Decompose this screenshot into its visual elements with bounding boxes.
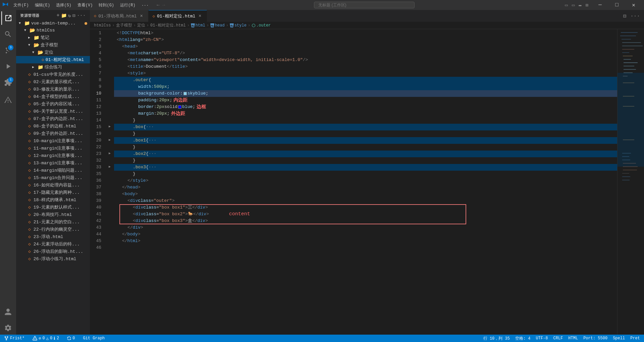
- activity-explorer[interactable]: [1, 11, 15, 25]
- sidebar-practice[interactable]: ▶ 📁 综合练习: [16, 63, 90, 71]
- list-item[interactable]: ◇ 05-盒子的内容区域...: [16, 100, 90, 108]
- list-item[interactable]: ◇ 04-盒子模型的组成...: [16, 93, 90, 100]
- titlebar-search-input[interactable]: [314, 2, 415, 8]
- tab-close-button[interactable]: ×: [197, 13, 203, 19]
- status-git[interactable]: 0: [66, 336, 76, 341]
- tab-actions[interactable]: ⊟ ···: [622, 10, 644, 22]
- status-spell[interactable]: Spell: [611, 336, 626, 341]
- status-errors[interactable]: ⊘ 0 △ 0 ℹ 2: [31, 336, 60, 341]
- bc-outer-class[interactable]: . .outer: [252, 23, 271, 28]
- explorer-actions[interactable]: + 📁 ↻ ⊟ ···: [57, 13, 86, 18]
- fold-icon[interactable]: ▶: [109, 165, 111, 169]
- more-tabs-icon[interactable]: ···: [629, 12, 641, 20]
- list-item[interactable]: ◇ 18-样式的继承.html: [16, 196, 90, 204]
- menu-run[interactable]: 运行(R): [117, 2, 138, 9]
- bc-htmlcss[interactable]: htmlCss: [94, 23, 111, 28]
- status-git-graph[interactable]: Git Graph: [82, 336, 106, 341]
- status-language[interactable]: HTML: [567, 336, 579, 341]
- fold-arrow-20[interactable]: ▶: [107, 136, 113, 143]
- sidebar-root-folder[interactable]: ▼ 📁 vue-admin-temp...: [16, 20, 90, 27]
- sidebar-position[interactable]: ▼ 📂 定位: [16, 49, 90, 56]
- refresh-icon[interactable]: ↻: [68, 13, 71, 18]
- status-port[interactable]: Port: 5500: [582, 336, 609, 341]
- code-editor[interactable]: <!DOCTYPE html> <html lang="zh-CN"> <hea…: [113, 29, 617, 335]
- fold-arrow-23[interactable]: ▶: [107, 150, 113, 157]
- bc-head-tag[interactable]: head: [210, 23, 225, 28]
- fold-icon[interactable]: ▶: [109, 151, 111, 155]
- bc-style-tag[interactable]: style: [230, 23, 247, 28]
- status-spaces[interactable]: 空格: 4: [514, 336, 532, 341]
- status-position[interactable]: 行 10，列 35: [482, 336, 511, 341]
- list-item[interactable]: ◇ 22-行内块的幽灵空...: [16, 226, 90, 233]
- layout-split-icon[interactable]: ▬: [577, 2, 583, 8]
- bc-file[interactable]: 01-相对定位.html: [150, 22, 186, 28]
- list-item[interactable]: ◇ 26-浮动小练习.html: [16, 255, 90, 263]
- list-item[interactable]: ◇ 15-margin合并问题...: [16, 174, 90, 181]
- list-item[interactable]: ◇ 10-margin注意事项...: [16, 137, 90, 145]
- minimize-button[interactable]: ─: [592, 0, 608, 10]
- list-item[interactable]: ◇ 03-修改元素的显示...: [16, 86, 90, 93]
- sidebar-box-model[interactable]: ▼ 📂 盒子模型: [16, 41, 90, 49]
- window-controls[interactable]: ─ □ ✕: [592, 0, 641, 10]
- list-item[interactable]: ◇ 16-如何处理内容益...: [16, 181, 90, 189]
- status-prettier[interactable]: Pret: [629, 336, 641, 341]
- fold-arrow-33[interactable]: ▶: [107, 163, 113, 170]
- bc-box-model[interactable]: 盒子模型: [116, 22, 132, 28]
- maximize-button[interactable]: □: [609, 0, 625, 10]
- activity-settings[interactable]: [1, 321, 15, 335]
- bc-html-tag[interactable]: html: [191, 23, 205, 28]
- list-item[interactable]: ◇ 06-关于默认宽度.ht...: [16, 108, 90, 115]
- close-button[interactable]: ✕: [626, 0, 641, 10]
- sidebar-htmlcss[interactable]: ▼ 📂 htmlCss: [16, 27, 90, 34]
- list-item[interactable]: ◇ 17-隐藏元素的两种...: [16, 189, 90, 196]
- bc-position[interactable]: 定位: [137, 22, 145, 28]
- menu-edit[interactable]: 编辑(E): [32, 2, 53, 9]
- list-item[interactable]: ◇ 26-浮动后的影响.ht...: [16, 248, 90, 255]
- tab-relative-pos[interactable]: ◇ 01-相对定位.html ×: [149, 10, 207, 22]
- fold-icon[interactable]: ▶: [109, 138, 111, 142]
- status-encoding[interactable]: UTF-8: [535, 336, 549, 341]
- list-item[interactable]: ◇ 19-元素的默认样式...: [16, 204, 90, 211]
- layout-panel-icon[interactable]: ▭: [571, 2, 576, 9]
- list-item[interactable]: ◇ 21-元素之间的空白...: [16, 218, 90, 226]
- layout-sidebar-icon[interactable]: ▭: [564, 2, 569, 9]
- tab-float-layout[interactable]: ◇ 01-浮动布局.html ×: [90, 10, 149, 22]
- list-item[interactable]: ◇ 01-css中常见的长度...: [16, 71, 90, 78]
- nav-fwd[interactable]: →: [162, 2, 165, 8]
- sidebar-relative-pos[interactable]: ◇ 01-相对定位.html: [16, 56, 90, 63]
- list-item[interactable]: ◇ 23-浮动.html: [16, 233, 90, 240]
- list-item[interactable]: ◇ 24-元素浮动后的特...: [16, 240, 90, 248]
- collapse-icon[interactable]: ⊟: [72, 13, 75, 18]
- status-branch[interactable]: Frist*: [3, 336, 26, 341]
- window-layout-controls[interactable]: ▭ ▭ ▬ ⊞: [564, 2, 590, 9]
- list-item[interactable]: ◇ 12-margin注意事项...: [16, 152, 90, 159]
- nav-back[interactable]: ←: [157, 2, 159, 8]
- list-item[interactable]: ◇ 11-margin注意事项...: [16, 145, 90, 152]
- activity-search[interactable]: [1, 27, 15, 41]
- list-item[interactable]: ◇ 13-margin注意事项...: [16, 159, 90, 167]
- list-item[interactable]: ◇ 08-盒子的边框.html: [16, 122, 90, 130]
- fold-arrow-15[interactable]: ▶: [107, 123, 113, 130]
- menu-goto[interactable]: 转到(G): [96, 2, 117, 9]
- status-line-ending[interactable]: CRLF: [552, 336, 565, 341]
- activity-run[interactable]: [1, 60, 15, 73]
- sidebar-notes[interactable]: ▶ 📁 笔记: [16, 34, 90, 41]
- menu-more[interactable]: ...: [139, 2, 152, 9]
- activity-alert[interactable]: [1, 93, 15, 107]
- menu-file[interactable]: 文件(F): [11, 2, 32, 9]
- tab-close-button[interactable]: ×: [139, 13, 144, 19]
- activity-account[interactable]: [1, 305, 15, 319]
- new-folder-icon[interactable]: 📁: [61, 13, 67, 18]
- fold-icon[interactable]: ▶: [109, 124, 111, 128]
- activity-source-control[interactable]: 3: [1, 44, 15, 57]
- list-item[interactable]: ◇ 07-盒子的内边距.ht...: [16, 115, 90, 122]
- menu-bar[interactable]: 文件(F) 编辑(E) 选择(S) 查看(V) 转到(G) 运行(R) ...: [11, 2, 151, 9]
- layout-grid-icon[interactable]: ⊞: [584, 2, 590, 9]
- activity-extensions[interactable]: 1: [1, 76, 15, 89]
- list-item[interactable]: ◇ 09-盒子的外边距.ht...: [16, 130, 90, 137]
- menu-select[interactable]: 选择(S): [53, 2, 74, 9]
- list-item[interactable]: ◇ 02-元素的显示模式...: [16, 78, 90, 86]
- menu-view[interactable]: 查看(V): [75, 2, 96, 9]
- list-item[interactable]: ◇ 14-margin塌陷问题...: [16, 167, 90, 174]
- more-icon[interactable]: ···: [77, 13, 86, 18]
